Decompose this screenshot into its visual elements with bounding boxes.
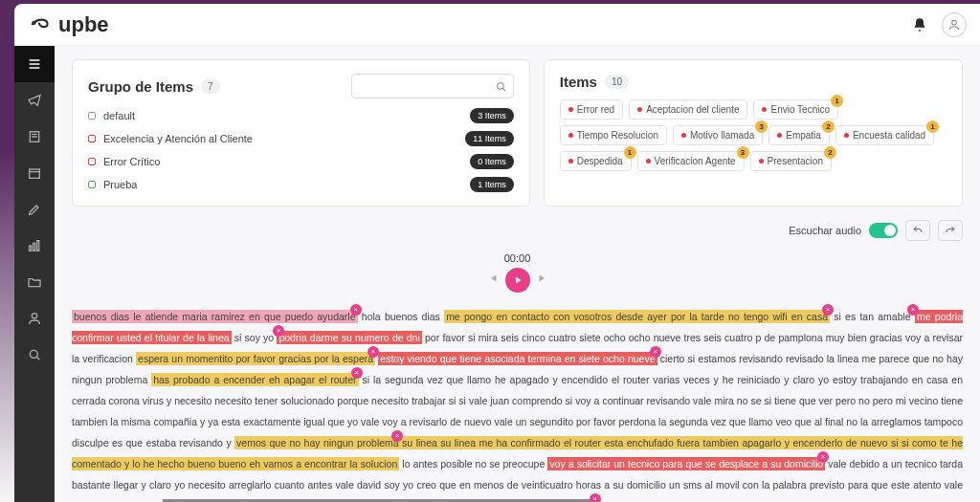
highlight-span[interactable]: has probado a encender eh apagar el rout… <box>151 373 358 386</box>
tag-dot <box>762 107 767 112</box>
audio-label: Escuchar audio <box>789 225 861 236</box>
groups-panel: Grupo de Items 7 default 3 Items Excelen… <box>72 59 530 207</box>
groups-count: 7 <box>201 79 220 94</box>
item-tag[interactable]: Despedida1 <box>560 151 632 171</box>
skip-back-icon[interactable] <box>486 272 500 289</box>
tag-label: Despedida <box>577 156 623 166</box>
group-row[interactable]: default 3 Items <box>88 108 514 123</box>
user-avatar-icon[interactable] <box>942 12 967 37</box>
nav-folder-icon[interactable] <box>14 264 55 300</box>
tag-label: Empatia <box>786 130 821 141</box>
items-panel: Items 10 Error redAceptacion del cliente… <box>544 59 963 207</box>
main-content: Grupo de Items 7 default 3 Items Excelen… <box>55 46 980 502</box>
tag-count: 1 <box>831 95 843 107</box>
svg-rect-10 <box>30 246 32 251</box>
group-name: Error Crítico <box>103 156 470 167</box>
skip-fwd-icon[interactable] <box>536 272 549 289</box>
group-row[interactable]: Error Crítico 0 Items <box>88 154 514 169</box>
nav-search-icon[interactable] <box>14 337 55 373</box>
redo-button[interactable] <box>938 220 963 241</box>
highlight-span[interactable]: estoy viendo que tiene asociada termina … <box>378 352 657 365</box>
group-badge: 3 Items <box>470 108 514 123</box>
svg-rect-11 <box>33 243 35 251</box>
remove-highlight-icon[interactable]: × <box>822 304 834 316</box>
group-dot <box>88 112 96 120</box>
tag-count: 1 <box>624 146 636 159</box>
group-name: Prueba <box>103 179 470 190</box>
nav-plan-icon[interactable] <box>14 155 55 191</box>
topbar: upbe <box>14 4 980 46</box>
svg-line-17 <box>502 88 505 91</box>
nav-user-icon[interactable] <box>14 300 55 337</box>
highlight-span[interactable]: vemos que no hay ningun problema su line… <box>72 436 963 470</box>
svg-point-0 <box>33 21 34 23</box>
remove-highlight-icon[interactable]: × <box>590 493 601 502</box>
tag-dot <box>637 107 642 112</box>
notifications-icon[interactable] <box>907 12 932 37</box>
nav-edit-icon[interactable] <box>14 191 55 228</box>
tag-label: Aceptacion del cliente <box>646 104 739 115</box>
nav-menu-icon[interactable] <box>14 46 55 82</box>
group-dot <box>88 135 96 142</box>
logo[interactable]: upbe <box>28 12 109 37</box>
group-dot <box>88 181 96 188</box>
highlight-span[interactable]: buenos dias le atiende maria ramirez en … <box>72 310 358 323</box>
highlight-span[interactable]: espera un momentito por favor gracias po… <box>136 352 375 365</box>
item-tag[interactable]: Tiempo Resolucion <box>560 125 667 145</box>
svg-point-1 <box>952 20 957 25</box>
tag-dot <box>681 133 686 138</box>
tag-dot <box>568 107 573 112</box>
tag-label: Error red <box>577 104 614 115</box>
group-dot <box>88 158 96 165</box>
remove-highlight-icon[interactable]: × <box>650 346 661 358</box>
nav-analytics-icon[interactable] <box>14 228 55 264</box>
transcript[interactable]: buenos dias le atiende maria ramirez en … <box>72 306 963 502</box>
tag-count: 2 <box>822 120 835 133</box>
remove-highlight-icon[interactable]: × <box>273 325 284 337</box>
tag-label: Motivo llamada <box>690 130 754 141</box>
item-tag[interactable]: Aceptacion del cliente <box>629 99 747 120</box>
item-tag[interactable]: Error red <box>560 99 623 120</box>
remove-highlight-icon[interactable]: × <box>351 367 363 379</box>
highlight-span[interactable]: me pongo en contacto con vosotros desde … <box>444 310 830 323</box>
svg-line-15 <box>36 357 39 360</box>
group-badge: 1 Items <box>470 177 514 192</box>
group-row[interactable]: Prueba 1 Items <box>88 177 514 192</box>
tag-label: Tiempo Resolucion <box>577 130 658 141</box>
item-tag[interactable]: Presentacion2 <box>750 151 832 171</box>
remove-highlight-icon[interactable]: × <box>350 304 362 316</box>
items-count: 10 <box>605 75 629 89</box>
nav-campaigns-icon[interactable] <box>14 82 55 119</box>
audio-toggle[interactable] <box>869 223 898 238</box>
group-row[interactable]: Excelencia y Atención al Cliente 11 Item… <box>88 131 514 146</box>
item-tag[interactable]: Envio Tecnico1 <box>753 99 838 120</box>
sidebar <box>14 46 55 502</box>
play-button[interactable] <box>505 268 530 293</box>
highlight-span[interactable]: voy a solicitar un tecnico para que se d… <box>547 457 825 470</box>
audio-player: 00:00 <box>72 252 963 293</box>
item-tag[interactable]: Verificacion Agente3 <box>637 151 745 171</box>
search-input[interactable] <box>358 80 495 92</box>
svg-rect-12 <box>37 241 39 251</box>
tag-count: 2 <box>824 146 836 159</box>
item-tag[interactable]: Encuesta calidad1 <box>835 125 934 145</box>
undo-button[interactable] <box>905 220 930 241</box>
playback-time: 00:00 <box>72 252 963 264</box>
nav-document-icon[interactable] <box>14 119 55 155</box>
remove-highlight-icon[interactable]: × <box>391 430 403 442</box>
remove-highlight-icon[interactable]: × <box>817 451 829 463</box>
search-icon <box>495 80 507 93</box>
remove-highlight-icon[interactable]: × <box>907 304 919 316</box>
tag-count: 3 <box>755 120 768 133</box>
tag-label: Encuesta calidad <box>853 130 925 141</box>
items-title: Items <box>560 74 597 90</box>
groups-search[interactable] <box>351 74 514 98</box>
highlight-span[interactable]: podria darme su numero de dni× <box>277 331 421 344</box>
tag-dot <box>646 159 651 164</box>
tag-count: 1 <box>926 120 939 133</box>
group-badge: 11 Items <box>465 131 514 146</box>
item-tag[interactable]: Motivo llamada3 <box>673 125 763 145</box>
item-tag[interactable]: Empatia2 <box>768 125 830 145</box>
tag-dot <box>777 133 782 138</box>
tag-label: Presentacion <box>768 156 823 166</box>
